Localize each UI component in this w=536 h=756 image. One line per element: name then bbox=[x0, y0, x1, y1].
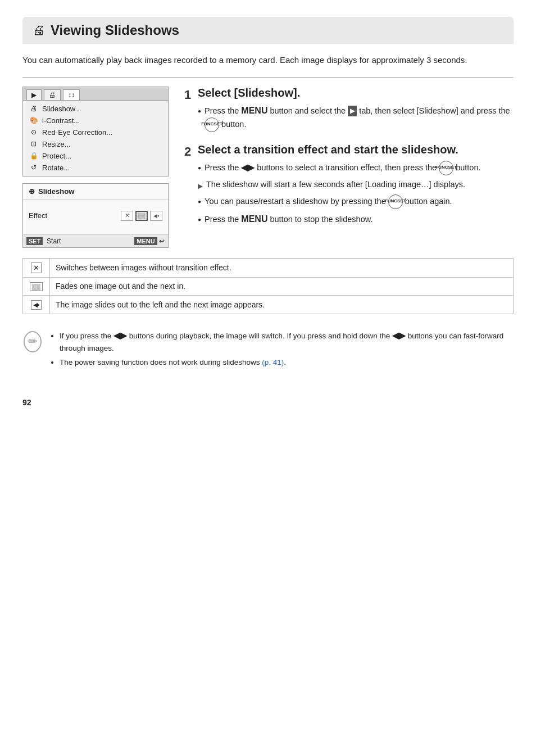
redeye-icon: ⊙ bbox=[29, 128, 39, 136]
effect-icon-cell-2: ▒▒ bbox=[23, 277, 50, 295]
intro-text: You can automatically play back images r… bbox=[22, 54, 514, 67]
step-1-bullet-1: ● Press the MENU button and select the ▶… bbox=[198, 104, 514, 132]
slideshow-icon: 🖨 bbox=[29, 105, 39, 112]
step-2-bullet-2-text: The slideshow will start a few seconds a… bbox=[206, 179, 465, 191]
func-btn-3: FUNCSET bbox=[388, 194, 403, 209]
step-2-bullet-4: ● Press the MENU button to stop the slid… bbox=[198, 212, 514, 226]
step-2-title: Select a transition effect and start the… bbox=[198, 143, 514, 156]
menu-item-redeye: ⊙ Red-Eye Correction... bbox=[23, 126, 168, 138]
effect-row: Effect ✕ ▒▒ ◀▪ bbox=[29, 211, 162, 221]
effect-icon-slide-table: ◀▪ bbox=[31, 300, 42, 310]
menu-tabs: ▶ 🖨 ↕↕ bbox=[23, 87, 168, 101]
page-title: Viewing Slideshows bbox=[51, 22, 179, 38]
lr-arrows-note-2: ◀▶ bbox=[392, 331, 406, 340]
menu-item-rotate-label: Rotate... bbox=[42, 164, 70, 172]
effect-icon-fade-table: ▒▒ bbox=[30, 282, 43, 291]
set-btn: SET bbox=[26, 237, 43, 245]
menu-item-resize: ⊡ Resize... bbox=[23, 138, 168, 150]
set-start: SET Start bbox=[26, 237, 61, 245]
slideshow-title-label: Slideshow bbox=[38, 187, 74, 196]
bullet-circle-icon-2d: ● bbox=[198, 215, 201, 224]
menu-item-rotate: ↺ Rotate... bbox=[23, 162, 168, 174]
note-item-1: If you press the ◀▶ buttons during playb… bbox=[60, 329, 514, 355]
effect-desc-1: Switches between images without transiti… bbox=[50, 258, 514, 277]
menu-word-2: MENU bbox=[241, 214, 267, 224]
menu-item-icontrast-label: i-Contrast... bbox=[42, 116, 80, 125]
lr-arrows-note-1: ◀▶ bbox=[113, 331, 127, 340]
func-btn-2: FUNCSET bbox=[439, 161, 453, 175]
camera-ui-panel: ▶ 🖨 ↕↕ 🖨 Slideshow... 🎨 i-Contrast... ⊙ … bbox=[22, 87, 169, 248]
arrow-icon-1: ▶ bbox=[198, 181, 203, 191]
protect-icon: 🔒 bbox=[29, 152, 39, 160]
step-2-bullet-1: ● Press the ◀▶ buttons to select a trans… bbox=[198, 161, 514, 175]
slideshow-title: ⊕ Slideshow bbox=[23, 184, 168, 200]
table-row: ✕ Switches between images without transi… bbox=[23, 258, 514, 277]
effect-desc-3: The image slides out to the left and the… bbox=[50, 295, 514, 314]
effect-label: Effect bbox=[29, 211, 47, 220]
menu-item-protect: 🔒 Protect... bbox=[23, 150, 168, 162]
menu-back: MENU ↩ bbox=[134, 237, 165, 245]
table-row: ▒▒ Fades one image out and the next in. bbox=[23, 277, 514, 295]
effect-icon-none: ✕ bbox=[121, 211, 133, 221]
page-number: 92 bbox=[22, 398, 514, 407]
step-2-bullet-2: ▶ The slideshow will start a few seconds… bbox=[198, 179, 514, 191]
step-1-bullets: ● Press the MENU button and select the ▶… bbox=[198, 104, 514, 132]
tab-settings: ↕↕ bbox=[63, 89, 80, 100]
note-content: If you press the ◀▶ buttons during playb… bbox=[49, 329, 514, 371]
func-btn-1: FUNCSET bbox=[205, 117, 219, 132]
step-2-bullet-3: ● You can pause/restart a slideshow by p… bbox=[198, 194, 514, 209]
step-2: 2 Select a transition effect and start t… bbox=[184, 143, 514, 226]
slideshow-footer: SET Start MENU ↩ bbox=[23, 234, 168, 247]
step-2-bullet-1-text: Press the ◀▶ buttons to select a transit… bbox=[205, 161, 480, 175]
menu-items: 🖨 Slideshow... 🎨 i-Contrast... ⊙ Red-Eye… bbox=[23, 101, 168, 176]
bullet-circle-icon: ● bbox=[198, 107, 201, 115]
slideshow-box: ⊕ Slideshow Effect ✕ ▒▒ bbox=[22, 183, 169, 248]
menu-item-redeye-label: Red-Eye Correction... bbox=[42, 128, 112, 137]
effect-table: ✕ Switches between images without transi… bbox=[22, 258, 514, 314]
lr-arrows-1: ◀▶ bbox=[241, 162, 255, 171]
step-2-number: 2 bbox=[184, 146, 191, 158]
note-box: ✏ If you press the ◀▶ buttons during pla… bbox=[22, 324, 514, 375]
svg-text:✏: ✏ bbox=[28, 335, 38, 347]
start-label: Start bbox=[47, 237, 61, 245]
rotate-icon: ↺ bbox=[29, 164, 39, 171]
note-item-2: The power saving function does not work … bbox=[60, 356, 514, 369]
bullet-circle-icon-2c: ● bbox=[198, 197, 201, 206]
step-2-bullets: ● Press the ◀▶ buttons to select a trans… bbox=[198, 161, 514, 226]
step-1-title: Select [Slideshow]. bbox=[198, 87, 514, 99]
tab-print: 🖨 bbox=[44, 89, 61, 100]
step-1-bullet-1-text: Press the MENU button and select the ▶ t… bbox=[205, 104, 514, 132]
resize-icon: ⊡ bbox=[29, 140, 39, 148]
pencil-icon: ✏ bbox=[22, 330, 43, 354]
menu-item-protect-label: Protect... bbox=[42, 152, 71, 160]
tab-play: ▶ bbox=[26, 89, 42, 100]
title-bar: 🖨 Viewing Slideshows bbox=[22, 17, 514, 44]
effect-icons: ✕ ▒▒ ◀▪ bbox=[121, 211, 162, 221]
note-icon: ✏ bbox=[22, 330, 43, 371]
icontrast-icon: 🎨 bbox=[29, 116, 39, 124]
effect-icon-cell-3: ◀▪ bbox=[23, 295, 50, 314]
menu-word-1: MENU bbox=[241, 106, 267, 115]
effect-icon-fade: ▒▒ bbox=[135, 211, 148, 221]
menu-item-icontrast: 🎨 i-Contrast... bbox=[23, 115, 168, 126]
instructions-panel: 1 Select [Slideshow]. ● Press the MENU b… bbox=[184, 87, 514, 237]
slideshow-title-icon: ⊕ bbox=[29, 187, 35, 196]
menu-item-resize-label: Resize... bbox=[42, 140, 71, 148]
step-1-number: 1 bbox=[184, 89, 191, 101]
play-tab-icon: ▶ bbox=[348, 106, 357, 116]
table-row: ◀▪ The image slides out to the left and … bbox=[23, 295, 514, 314]
effect-icon-none-table: ✕ bbox=[31, 262, 42, 273]
title-icon: 🖨 bbox=[33, 23, 45, 38]
effect-icon-cell-1: ✕ bbox=[23, 258, 50, 277]
effect-desc-2: Fades one image out and the next in. bbox=[50, 277, 514, 295]
bullet-circle-icon-2a: ● bbox=[198, 164, 201, 172]
divider bbox=[22, 77, 514, 78]
slideshow-body: Effect ✕ ▒▒ ◀▪ bbox=[23, 200, 168, 234]
menu-item-slideshow: 🖨 Slideshow... bbox=[23, 103, 168, 115]
note-link: (p. 41) bbox=[262, 358, 284, 366]
menu-btn: MENU bbox=[134, 237, 157, 245]
menu-item-slideshow-label: Slideshow... bbox=[42, 105, 81, 113]
note-list: If you press the ◀▶ buttons during playb… bbox=[49, 329, 514, 369]
step-2-bullet-3-text: You can pause/restart a slideshow by pre… bbox=[205, 194, 452, 209]
effect-icon-slide: ◀▪ bbox=[150, 211, 162, 221]
